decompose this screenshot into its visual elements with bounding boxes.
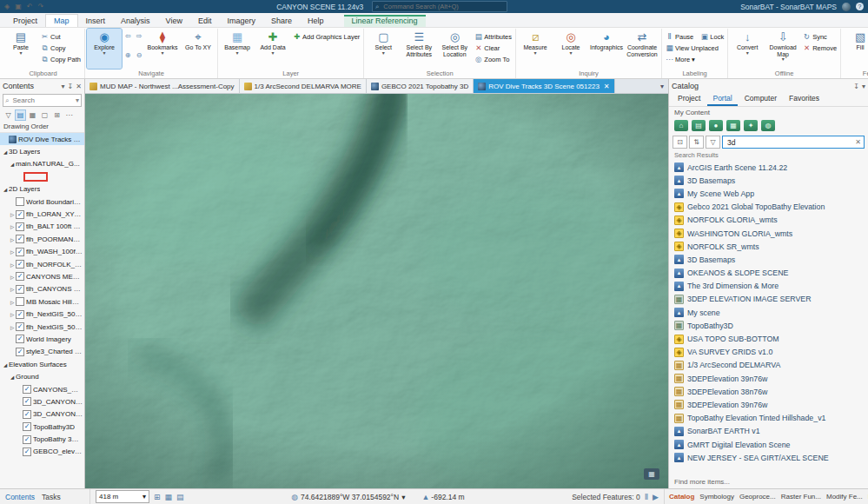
- pane-tab[interactable]: Symbology: [699, 493, 734, 501]
- basemap-button[interactable]: ▦ Basemap ▾: [220, 29, 255, 69]
- catalog-result-item[interactable]: Gebco 2021 Global TopoBathy Elevation: [674, 201, 868, 214]
- sort-icon[interactable]: ⇅: [689, 136, 704, 149]
- chevron-down-icon[interactable]: ▾: [62, 83, 65, 90]
- layer-row[interactable]: 2D Layers: [0, 183, 84, 196]
- grid-view-icon[interactable]: ⊞: [154, 493, 161, 501]
- ribbon-tab[interactable]: Insert: [78, 15, 114, 27]
- chevron-down-icon[interactable]: ▾: [862, 83, 865, 90]
- list-by-source-icon[interactable]: ▦: [28, 110, 37, 120]
- expander-icon[interactable]: [9, 323, 16, 331]
- layer-row[interactable]: 3D_CANYON_S...: [0, 408, 84, 421]
- catalog-result-item[interactable]: The 3rd Dimension & More: [674, 280, 868, 293]
- catalog-tab[interactable]: Favorites: [784, 93, 825, 106]
- layer-visibility-checkbox[interactable]: [23, 397, 31, 406]
- layer-visibility-checkbox[interactable]: [23, 410, 31, 419]
- expander-icon[interactable]: [9, 235, 16, 243]
- explore-button[interactable]: ◉ Explore ▾: [87, 29, 122, 69]
- layer-visibility-checkbox[interactable]: [16, 335, 24, 343]
- layer-visibility-checkbox[interactable]: [16, 310, 24, 319]
- save-icon[interactable]: ▣: [15, 3, 22, 10]
- download-map-button[interactable]: ⇩ Download Map ▾: [765, 29, 800, 69]
- layer-visibility-checkbox[interactable]: [16, 272, 24, 281]
- catalog-result-item[interactable]: 3DEP ELEVATION IMAGE SERVER: [674, 293, 868, 306]
- ribbon-tab[interactable]: Map: [45, 14, 78, 27]
- remove-button[interactable]: ✕ Remove: [801, 43, 838, 53]
- view-tab[interactable]: ROV Dive Tracks 3D Scene 051223 ✕: [474, 79, 614, 93]
- catalog-result-item[interactable]: NORFOLK SR_wmts: [674, 240, 868, 253]
- next-extent-icon[interactable]: ⇨: [134, 32, 144, 50]
- catalog-result-item[interactable]: USA TOPO SUB-BOTTOM: [674, 332, 868, 345]
- catalog-result-item[interactable]: NORFOLK GLORIA_wmts: [674, 214, 868, 227]
- cut-button[interactable]: ✂ Cut: [39, 31, 83, 42]
- ribbon-tab[interactable]: View: [158, 15, 190, 27]
- catalog-search-input-box[interactable]: ✕: [722, 136, 865, 149]
- ribbon-tab[interactable]: Project: [5, 15, 45, 27]
- layer-row[interactable]: Ground: [0, 370, 84, 382]
- layer-row[interactable]: 3D_CANYON_S...: [0, 395, 84, 408]
- layer-row[interactable]: TopoBathy3D: [0, 421, 84, 433]
- undo-icon[interactable]: ↶: [27, 3, 33, 10]
- portal-filter-icon[interactable]: ◍: [761, 120, 775, 131]
- catalog-result-item[interactable]: GMRT Digital Elevation Scene: [674, 438, 868, 451]
- previous-extent-icon[interactable]: ⇦: [123, 32, 133, 50]
- paste-button[interactable]: ▤ Paste ▾: [3, 29, 38, 69]
- layer-visibility-checkbox[interactable]: [23, 435, 31, 444]
- portal-filter-icon[interactable]: ●: [709, 120, 723, 131]
- layer-visibility-checkbox[interactable]: [16, 260, 24, 269]
- pane-tab[interactable]: Catalog: [669, 493, 694, 501]
- expander-icon[interactable]: [9, 298, 16, 306]
- contents-search-input[interactable]: [10, 96, 74, 105]
- layer-row[interactable]: main.NATURAL_G...: [0, 158, 84, 170]
- layer-row[interactable]: tlh_CANYONS GL...: [0, 283, 84, 295]
- add-graphics-layer-button[interactable]: ✚ Add Graphics Layer: [291, 31, 361, 42]
- command-search[interactable]: ⌕: [372, 1, 507, 12]
- portal-filter-icon[interactable]: ▤: [692, 120, 706, 131]
- avatar[interactable]: [842, 3, 851, 11]
- pin-icon[interactable]: ↧: [853, 83, 859, 90]
- select-button[interactable]: ▢ Select ▾: [366, 29, 401, 69]
- catalog-result-item[interactable]: NEW JERSEY - SEA GIRT/AXEL SCENE: [674, 451, 868, 464]
- view-unplaced-button[interactable]: ▦ View Unplaced: [664, 43, 726, 53]
- select-by-attributes-button[interactable]: ☰ Select By Attributes: [401, 29, 436, 69]
- layer-row[interactable]: flh_WASH_100ft_...: [0, 246, 84, 258]
- layer-row[interactable]: CANYONS_MER...: [0, 383, 84, 395]
- ribbon-tab[interactable]: Linear Referencing: [344, 15, 426, 27]
- expander-icon[interactable]: [9, 222, 16, 230]
- pane-tab[interactable]: Raster Fun...: [781, 493, 821, 501]
- ribbon-tab[interactable]: Imagery: [219, 15, 263, 27]
- attributes-button[interactable]: ▤ Attributes: [473, 31, 514, 42]
- catalog-result-item[interactable]: WASHINGTON GLORIA_wmts: [674, 227, 868, 240]
- catalog-result-item[interactable]: My scene: [674, 306, 868, 319]
- onscreen-keyboard-icon[interactable]: ▦: [644, 468, 659, 480]
- convert-button[interactable]: ↓ Convert ▾: [730, 29, 765, 69]
- select-by-location-button[interactable]: ◎ Select By Location: [437, 29, 472, 69]
- command-search-input[interactable]: [381, 2, 489, 11]
- redo-icon[interactable]: ↷: [37, 3, 43, 10]
- go-to-xy-button[interactable]: ⌖ Go To XY: [181, 29, 215, 69]
- zoom-to-selection-button[interactable]: ◎ Zoom To: [473, 54, 514, 64]
- filter-icon[interactable]: ▽: [3, 110, 13, 120]
- catalog-result-item[interactable]: 1/3 ArcSecond DELMARVA: [674, 359, 868, 372]
- help-icon[interactable]: ?: [856, 3, 864, 10]
- catalog-result-item[interactable]: OKEANOS & SLOPE SCENE: [674, 267, 868, 280]
- ribbon-tab[interactable]: Help: [300, 15, 332, 27]
- expander-icon[interactable]: [9, 273, 16, 281]
- layer-row[interactable]: MB Mosaic HillCli...: [0, 295, 84, 308]
- close-icon[interactable]: ✕: [76, 83, 82, 90]
- catalog-result-item[interactable]: 3D Basemaps: [674, 253, 868, 266]
- tab-list-chevron-icon[interactable]: ▾: [656, 79, 668, 93]
- portal-filter-icon[interactable]: ▦: [726, 120, 740, 131]
- pin-icon[interactable]: ↧: [68, 83, 74, 90]
- layer-row[interactable]: World Boundaries...: [0, 196, 84, 208]
- expander-icon[interactable]: [2, 361, 9, 368]
- layer-row[interactable]: ROV Dive Tracks 3D S...: [0, 133, 84, 145]
- list-by-editing-icon[interactable]: ⊞: [52, 110, 62, 120]
- clear-selection-button[interactable]: ✕ Clear: [473, 43, 514, 53]
- catalog-tab[interactable]: Computer: [739, 93, 782, 106]
- layer-visibility-checkbox[interactable]: [16, 285, 24, 294]
- coordinate-conversion-button[interactable]: ⇄ Coordinate Conversion: [625, 29, 659, 69]
- portal-filter-icon[interactable]: ✦: [744, 120, 758, 131]
- layer-row[interactable]: tlh_BALT 100ft CO...: [0, 221, 84, 233]
- layer-row[interactable]: flh_POORMANS_6...: [0, 233, 84, 245]
- fixed-zoom-in-icon[interactable]: ⊕: [123, 51, 133, 70]
